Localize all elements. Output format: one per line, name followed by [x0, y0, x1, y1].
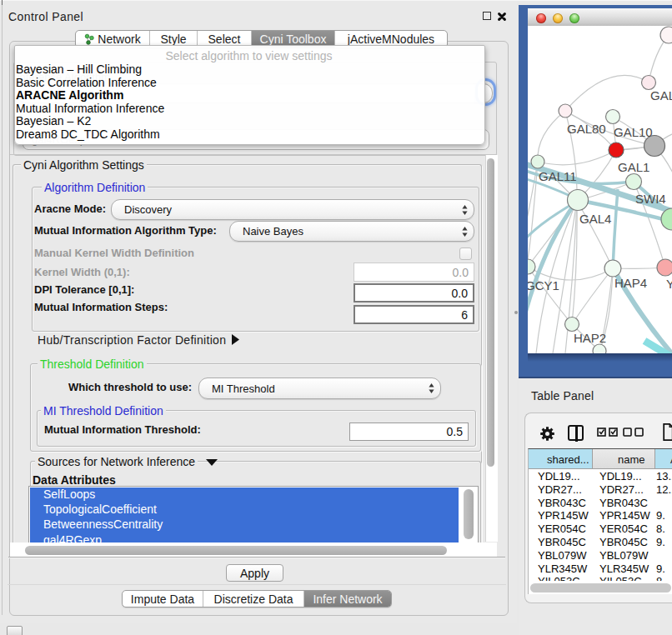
svg-text:GAL4: GAL4 [579, 212, 611, 226]
svg-text:GCY1: GCY1 [528, 278, 559, 292]
svg-text:HAP2: HAP2 [574, 331, 606, 345]
svg-text:SWI4: SWI4 [635, 192, 666, 206]
svg-text:GAL2: GAL2 [650, 88, 672, 102]
svg-text:GAL10: GAL10 [614, 125, 653, 139]
svg-text:GAL11: GAL11 [539, 169, 577, 183]
svg-text:Y: Y [666, 277, 672, 291]
svg-text:GAL1: GAL1 [618, 160, 649, 174]
svg-text:HAP4: HAP4 [614, 276, 647, 290]
svg-text:GAL80: GAL80 [567, 122, 606, 136]
